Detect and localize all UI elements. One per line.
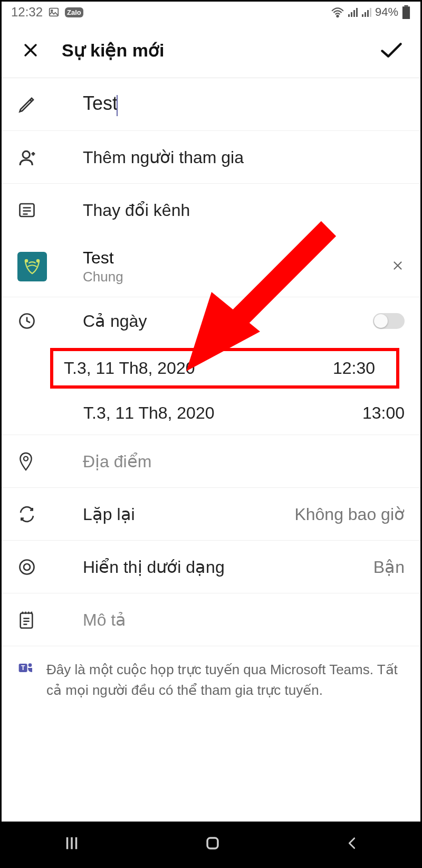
show-as-value: Bận — [373, 557, 405, 577]
svg-point-20 — [24, 564, 30, 570]
svg-rect-27 — [207, 838, 218, 848]
footer-line-1: Đây là một cuộc họp trực tuyến qua Micro… — [46, 662, 373, 677]
svg-point-15 — [25, 260, 27, 262]
title-row[interactable]: Test — [2, 78, 420, 131]
change-channel-label: Thay đổi kênh — [54, 200, 405, 220]
clock-icon — [17, 312, 54, 331]
wifi-icon — [331, 6, 344, 18]
repeat-row[interactable]: Lặp lại Không bao giờ — [2, 488, 420, 541]
page-title: Sự kiện mới — [62, 40, 378, 61]
svg-point-16 — [37, 260, 39, 262]
svg-rect-11 — [404, 5, 408, 6]
end-datetime-row[interactable]: T.3, 11 Th8, 2020 13:00 — [2, 392, 420, 435]
svg-point-24 — [28, 663, 32, 667]
signal-icon-1 — [348, 7, 358, 17]
text-cursor — [117, 95, 118, 116]
repeat-icon — [17, 505, 54, 524]
teams-meeting-note: T Đây là một cuộc họp trực tuyến qua Mic… — [2, 646, 420, 714]
all-day-toggle[interactable] — [373, 313, 405, 329]
svg-rect-7 — [362, 14, 363, 17]
svg-text:T: T — [21, 664, 25, 672]
start-time-label: 12:30 — [333, 358, 375, 378]
svg-rect-8 — [365, 12, 366, 17]
teams-icon: T — [17, 659, 46, 676]
svg-point-19 — [20, 560, 34, 574]
add-person-icon — [17, 147, 54, 168]
svg-rect-10 — [370, 8, 371, 17]
description-row[interactable]: Mô tả — [2, 593, 420, 646]
add-participants-label: Thêm người tham gia — [54, 147, 405, 167]
back-button[interactable] — [344, 834, 359, 854]
zalo-icon: Zalo — [65, 7, 83, 17]
home-button[interactable] — [204, 834, 222, 854]
svg-rect-3 — [348, 14, 350, 17]
start-datetime-row[interactable]: T.3, 11 Th8, 2020 12:30 — [50, 348, 399, 389]
team-avatar — [17, 252, 47, 281]
channel-icon — [17, 201, 54, 220]
selected-team-row[interactable]: Test Chung — [2, 237, 420, 297]
start-date-label: T.3, 11 Th8, 2020 — [64, 358, 333, 378]
all-day-row[interactable]: Cả ngày — [2, 297, 420, 345]
team-channel: Chung — [83, 269, 391, 285]
svg-point-2 — [337, 15, 338, 17]
repeat-label: Lặp lại — [54, 504, 294, 524]
status-bar: 12:32 Zalo 94% — [2, 2, 420, 23]
svg-point-1 — [51, 10, 53, 12]
signal-icon-2 — [361, 7, 372, 17]
battery-text: 94% — [375, 5, 398, 19]
remove-team-button[interactable] — [391, 257, 405, 277]
repeat-value: Không bao giờ — [294, 504, 405, 524]
end-time-label: 13:00 — [362, 403, 405, 423]
all-day-label: Cả ngày — [54, 311, 373, 331]
change-channel-row[interactable]: Thay đổi kênh — [2, 184, 420, 237]
location-icon — [17, 451, 54, 471]
svg-point-13 — [23, 151, 30, 158]
recent-apps-button[interactable] — [63, 834, 81, 854]
gallery-icon — [48, 6, 60, 18]
svg-rect-4 — [351, 12, 352, 17]
title-input[interactable]: Test — [83, 92, 118, 114]
description-placeholder: Mô tả — [54, 610, 405, 630]
close-button[interactable] — [17, 41, 44, 59]
team-name: Test — [83, 248, 391, 268]
pencil-icon — [17, 95, 54, 114]
svg-rect-6 — [356, 8, 358, 17]
notes-icon — [17, 610, 54, 630]
add-participants-row[interactable]: Thêm người tham gia — [2, 131, 420, 184]
battery-icon — [401, 5, 411, 19]
location-placeholder: Địa điểm — [54, 451, 405, 471]
svg-rect-12 — [402, 6, 410, 19]
android-nav-bar — [2, 822, 420, 866]
show-as-icon — [17, 558, 54, 577]
show-as-row[interactable]: Hiển thị dưới dạng Bận — [2, 541, 420, 593]
svg-rect-21 — [21, 613, 33, 628]
show-as-label: Hiển thị dưới dạng — [54, 557, 373, 577]
header: Sự kiện mới — [2, 23, 420, 78]
svg-rect-5 — [353, 10, 355, 17]
location-row[interactable]: Địa điểm — [2, 435, 420, 488]
confirm-button[interactable] — [378, 41, 405, 60]
status-time: 12:32 — [11, 5, 43, 20]
svg-point-18 — [24, 456, 28, 460]
end-date-label: T.3, 11 Th8, 2020 — [83, 403, 362, 423]
svg-rect-9 — [367, 10, 369, 17]
